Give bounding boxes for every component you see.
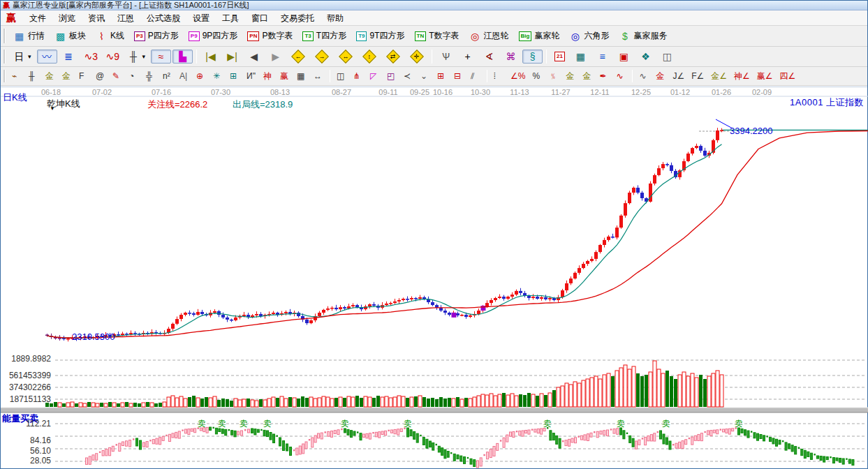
- sell-signal-label: 卖: [662, 418, 670, 430]
- scale-value-label: 56.10: [1, 446, 51, 456]
- date-axis-label: 08-27: [332, 88, 351, 96]
- date-axis-label: 10-30: [471, 88, 490, 96]
- sell-signal-label: 卖: [263, 418, 272, 430]
- sell-signal-label: 卖: [240, 418, 248, 430]
- date-axis-label: 06-18: [41, 88, 61, 96]
- last-price-label: 3394.2200: [730, 126, 772, 136]
- date-axis-label: 12-11: [590, 88, 609, 96]
- scale-value-label: 1889.8982: [1, 354, 51, 364]
- scale-value-label: 112.21: [1, 419, 51, 429]
- date-axis-label: 01-26: [712, 88, 731, 96]
- sell-signal-label: 卖: [404, 418, 412, 430]
- sell-signal-label: 卖: [617, 418, 625, 430]
- scale-value-label: 187151133: [1, 394, 51, 404]
- scale-value-label: 84.16: [1, 436, 51, 445]
- date-axis-label: 07-16: [152, 88, 171, 96]
- date-axis-label: 09-25: [410, 88, 429, 96]
- kline-chart-canvas[interactable]: [1, 1, 868, 469]
- sell-signal-label: 卖: [198, 418, 206, 430]
- date-axis-label: 01-12: [670, 88, 690, 96]
- symbol-label: 1A0001 上证指数: [790, 96, 864, 109]
- date-axis-label: 02-09: [752, 88, 772, 96]
- qiankun-dropdown-icon[interactable]: ▼: [50, 105, 55, 112]
- exit-line-label: 出局线=2318.9: [233, 98, 293, 111]
- date-axis-label: 07-30: [211, 88, 230, 96]
- date-axis-label: 09-11: [378, 88, 397, 96]
- date-axis-label: 10-16: [433, 88, 453, 96]
- watch-line-label: 关注线=2266.2: [147, 98, 207, 111]
- sell-signal-label: 卖: [218, 418, 226, 430]
- date-axis-label: 11-27: [551, 88, 570, 96]
- date-axis-label: 11-13: [510, 88, 529, 96]
- date-axis-label: 08-13: [270, 88, 290, 96]
- scale-value-label: 28.05: [1, 456, 51, 466]
- sell-signal-label: 卖: [735, 418, 743, 430]
- date-axis-label: 07-02: [92, 88, 112, 96]
- period-mode-label: 日K线: [3, 91, 27, 104]
- start-price-label: 2310.5300: [72, 332, 115, 342]
- sell-signal-label: 卖: [341, 418, 349, 430]
- sell-signal-label: 卖: [543, 418, 552, 430]
- app-window: 赢 赢家江恩专业版[赢家内部服务平台] - [上证指数 SH1A0001-167…: [0, 0, 868, 469]
- date-axis-label: 12-25: [631, 88, 651, 96]
- scale-value-label: 374302266: [1, 382, 51, 392]
- scale-value-label: 561453399: [1, 371, 51, 380]
